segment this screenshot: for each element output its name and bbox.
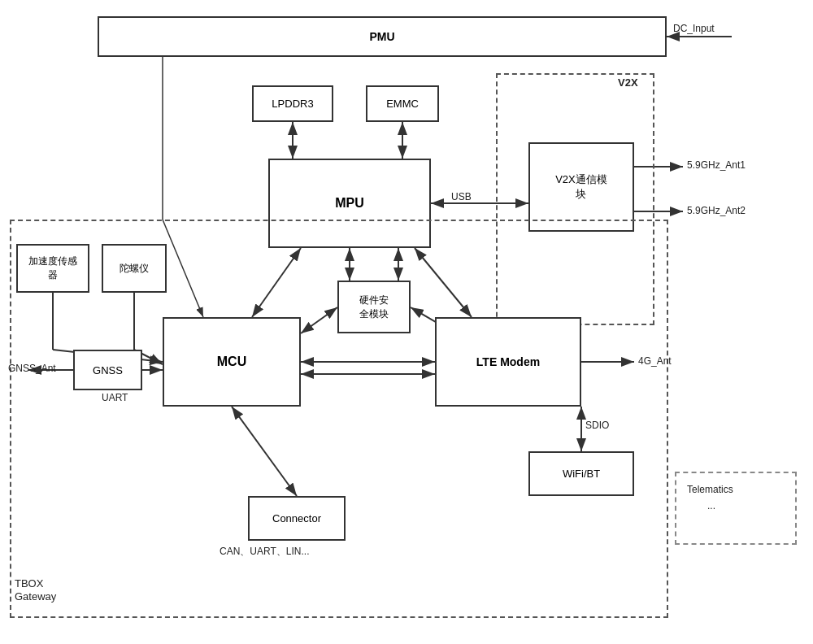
mpu-label: MPU bbox=[335, 196, 364, 211]
gnss-ant-label: GNSS_Ant bbox=[8, 363, 56, 374]
connector-label: Connector bbox=[272, 512, 321, 524]
lpddr3-box: LPDDR3 bbox=[252, 85, 333, 122]
sdio-label: SDIO bbox=[585, 420, 609, 431]
pmu-box: PMU bbox=[98, 16, 667, 57]
ant-4g-label: 4G_Ant bbox=[638, 355, 672, 367]
v2x-region-label: V2X bbox=[618, 76, 638, 89]
v2x-module-label: V2X通信模 块 bbox=[555, 172, 607, 202]
v2x-module-box: V2X通信模 块 bbox=[528, 142, 634, 232]
usb-label: USB bbox=[451, 191, 472, 202]
connector-box: Connector bbox=[248, 496, 346, 541]
mcu-box: MCU bbox=[163, 317, 301, 407]
emmc-label: EMMC bbox=[386, 98, 419, 110]
gnss-label: GNSS bbox=[93, 364, 123, 376]
lte-modem-box: LTE Modem bbox=[435, 317, 581, 407]
wifi-bt-label: WiFi/BT bbox=[563, 468, 600, 480]
wifi-bt-box: WiFi/BT bbox=[528, 451, 634, 496]
gyro-box: 陀螺仪 bbox=[102, 244, 167, 293]
mcu-label: MCU bbox=[217, 355, 246, 369]
accel-label: 加速度传感 器 bbox=[28, 255, 77, 282]
can-uart-lin-label: CAN、UART、LIN... bbox=[220, 545, 309, 559]
pmu-label: PMU bbox=[369, 30, 394, 43]
gnss-box: GNSS bbox=[73, 350, 142, 390]
telematics-ellipsis: ... bbox=[707, 500, 715, 511]
lte-modem-label: LTE Modem bbox=[476, 355, 540, 368]
freq2-label: 5.9GHz_Ant2 bbox=[687, 205, 746, 216]
telematics-label: Telematics bbox=[687, 484, 733, 495]
gyro-label: 陀螺仪 bbox=[120, 262, 149, 276]
uart-label: UART bbox=[102, 392, 128, 403]
dc-input-label: DC_Input bbox=[673, 23, 715, 34]
tbox-gateway-label: TBOX bbox=[15, 577, 43, 590]
tbox-gateway-label2: Gateway bbox=[15, 590, 56, 603]
diagram-container: PMU DC_Input V2X LPDDR3 EMMC MPU USB V2X… bbox=[0, 0, 813, 644]
telematics-region bbox=[675, 472, 797, 545]
lpddr3-label: LPDDR3 bbox=[272, 98, 313, 110]
accel-box: 加速度传感 器 bbox=[16, 244, 89, 293]
freq1-label: 5.9GHz_Ant1 bbox=[687, 159, 746, 171]
emmc-box: EMMC bbox=[366, 85, 439, 122]
